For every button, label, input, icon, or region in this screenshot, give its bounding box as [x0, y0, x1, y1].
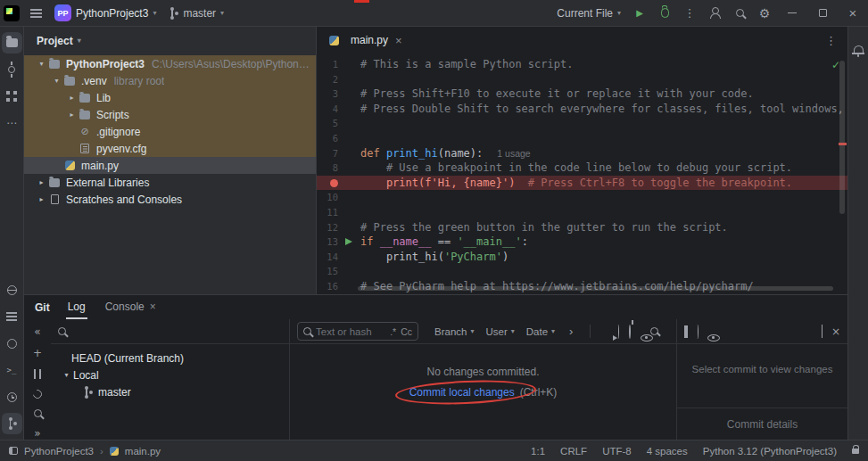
new-branch-icon[interactable]: +: [29, 348, 46, 358]
tool-strip-commit-button[interactable]: [2, 59, 22, 80]
tree-item[interactable]: ▾.venvlibrary root: [24, 72, 316, 89]
tool-strip-packages-button[interactable]: [2, 279, 22, 300]
branch-search-input[interactable]: [73, 325, 282, 338]
tool-strip-notifications-button[interactable]: [848, 37, 868, 59]
branch-search-field[interactable]: [58, 325, 282, 338]
chevron-down-icon[interactable]: ▾: [35, 60, 48, 68]
tool-strip-problems-button[interactable]: [2, 333, 22, 354]
lock-icon[interactable]: [852, 449, 859, 454]
tree-item[interactable]: ▸Lib: [24, 89, 316, 106]
code-line[interactable]: 14 print_hi('PyCharm'): [317, 250, 847, 265]
usage-hint[interactable]: 1 usage: [497, 148, 530, 159]
tab-console[interactable]: Console ×: [103, 295, 158, 319]
close-button[interactable]: ×: [831, 325, 840, 338]
code-line[interactable]: 13if __name__ == '__main__':: [317, 235, 847, 250]
hide-branches-icon[interactable]: «: [29, 326, 46, 337]
editor-tab-main-py[interactable]: main.py ×: [317, 27, 413, 54]
code-line[interactable]: 15: [317, 264, 847, 279]
branch-item[interactable]: master: [51, 383, 289, 400]
commit-local-changes-link[interactable]: Commit local changes: [409, 386, 515, 399]
tool-strip-more-button[interactable]: ⋯: [2, 112, 22, 134]
tree-item[interactable]: ▸External Libraries: [24, 174, 316, 191]
run-gutter-icon[interactable]: [340, 235, 358, 250]
fetch-icon[interactable]: [29, 390, 46, 399]
maximize-button[interactable]: [807, 0, 838, 27]
python-interpreter[interactable]: Python 3.12 (PythonProject3): [703, 446, 837, 457]
filter-user[interactable]: User▾: [485, 326, 514, 337]
code-line[interactable]: 4# Press Double Shift to search everywhe…: [317, 102, 847, 117]
expand-icon[interactable]: »: [29, 428, 46, 439]
filter-date[interactable]: Date▾: [526, 326, 555, 337]
tree-item[interactable]: ⊘.gitignore: [24, 123, 316, 140]
tree-item[interactable]: pyvenv.cfg: [24, 140, 316, 157]
close-button[interactable]: ×: [838, 0, 868, 27]
editor-vertical-scrollbar[interactable]: [839, 61, 845, 214]
rollback-button[interactable]: [697, 325, 699, 338]
caret-position[interactable]: 1:1: [531, 446, 545, 457]
statusbar-project[interactable]: PythonProject3: [24, 446, 94, 457]
tree-item[interactable]: ▾PythonProject3C:\Users\Asus\Desktop\Pyt…: [24, 55, 316, 72]
chevron-down-icon[interactable]: ▾: [50, 77, 63, 85]
code-line[interactable]: 8 # Use a breakpoint in the code line be…: [317, 161, 847, 176]
branch-item[interactable]: ▾Local: [51, 366, 289, 383]
code-line[interactable]: print(f'Hi, {name}') # Press Ctrl+F8 to …: [317, 176, 847, 191]
tab-close-icon[interactable]: ×: [395, 34, 402, 47]
cherry-pick-button[interactable]: [629, 325, 631, 338]
tab-log[interactable]: Log: [66, 295, 87, 319]
project-selector[interactable]: PP PythonProject3 ▾: [48, 0, 162, 27]
code-line[interactable]: 11: [317, 205, 847, 220]
refresh-button[interactable]: [617, 325, 619, 338]
chevron-right-icon[interactable]: ▸: [65, 94, 79, 102]
code-line[interactable]: 2: [317, 72, 847, 87]
line-separator[interactable]: CRLF: [560, 446, 587, 457]
match-case-toggle[interactable]: Cc: [401, 326, 412, 337]
chevron-right-icon[interactable]: ▸: [35, 195, 48, 203]
code-line[interactable]: 12# Press the green button in the gutter…: [317, 220, 847, 235]
search-everywhere-button[interactable]: [727, 0, 752, 27]
code-line[interactable]: 10: [317, 190, 847, 205]
tool-strip-git-button[interactable]: [2, 413, 22, 434]
regex-toggle[interactable]: .*: [390, 326, 396, 337]
statusbar-file[interactable]: main.py: [125, 446, 161, 457]
settings-button[interactable]: ⚙: [752, 0, 777, 27]
branch-item[interactable]: HEAD (Current Branch): [51, 350, 289, 366]
commit-search-field[interactable]: .* Cc: [297, 322, 418, 341]
chevron-right-icon[interactable]: ▸: [35, 178, 48, 186]
filter-branch[interactable]: Branch▾: [434, 326, 474, 337]
file-encoding[interactable]: UTF-8: [602, 446, 632, 457]
tree-item[interactable]: main.py: [24, 157, 316, 174]
chevron-right-icon[interactable]: ▸: [65, 111, 79, 119]
code-area[interactable]: ✓ 1# This is a sample Python script.23# …: [317, 54, 847, 294]
chevron-down-icon[interactable]: ▾: [60, 371, 73, 379]
code-line[interactable]: 5: [317, 116, 847, 131]
main-menu-button[interactable]: [23, 0, 48, 27]
error-stripe-mark[interactable]: [839, 143, 847, 145]
debug-button[interactable]: [652, 0, 677, 27]
code-line[interactable]: 3# Press Shift+F10 to execute it or repl…: [317, 86, 847, 102]
indent-style[interactable]: 4 spaces: [647, 446, 688, 457]
more-run-actions-button[interactable]: ⋮: [677, 0, 702, 27]
tool-strip-terminal-button[interactable]: >_: [2, 359, 22, 381]
branch-selector[interactable]: master ▾: [162, 0, 230, 27]
compare-branches-icon[interactable]: [29, 369, 46, 379]
tree-item[interactable]: ▸Scripts: [24, 106, 316, 123]
breakpoint-icon[interactable]: [330, 179, 338, 187]
code-with-me-button[interactable]: [702, 0, 727, 27]
tab-close-icon[interactable]: ×: [150, 300, 156, 313]
search-branches-icon[interactable]: [29, 409, 46, 417]
compare-button[interactable]: [684, 325, 688, 338]
project-panel-header[interactable]: Project ▾: [24, 27, 316, 55]
git-panel-title[interactable]: Git: [35, 301, 50, 314]
editor-options-icon[interactable]: ⋮: [825, 34, 837, 47]
run-configuration-selector[interactable]: Current File ▾: [550, 0, 627, 27]
tree-item[interactable]: ▸Scratches and Consoles: [24, 191, 316, 208]
run-button[interactable]: ▶: [627, 0, 652, 27]
chevron-up-button[interactable]: [822, 325, 823, 338]
minimize-button[interactable]: [777, 0, 807, 27]
tool-strip-project-button[interactable]: [2, 32, 22, 54]
tool-strip-structure-button[interactable]: [2, 86, 22, 107]
code-line[interactable]: 7def print_hi(name):1 usage: [317, 146, 847, 161]
chevron-right-icon[interactable]: ›: [569, 325, 573, 338]
editor-horizontal-scrollbar[interactable]: [358, 286, 833, 291]
commit-search-input[interactable]: [316, 326, 385, 337]
